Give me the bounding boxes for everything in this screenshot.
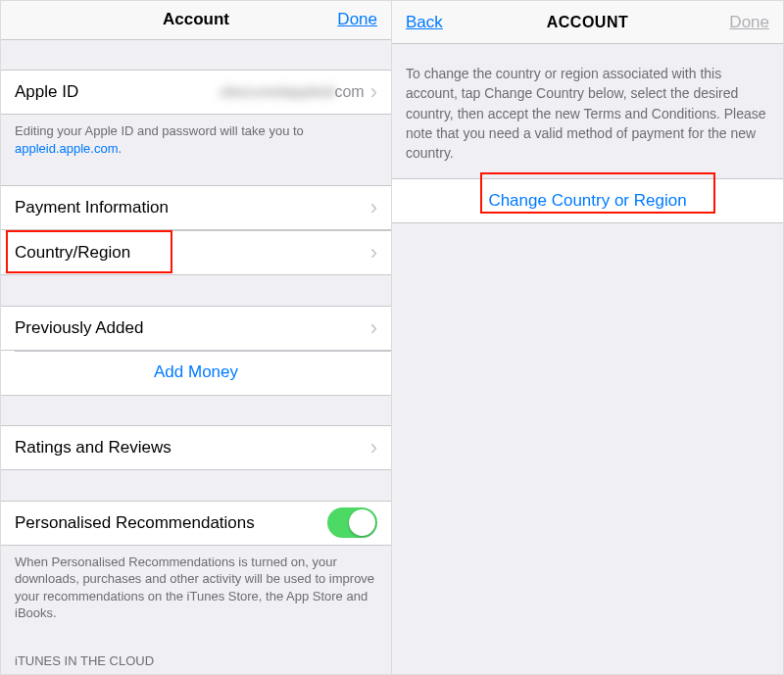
nav-title-left: Account bbox=[163, 10, 229, 29]
chevron-right-icon: › bbox=[370, 81, 377, 103]
recs-footer: When Personalised Recommendations is tur… bbox=[1, 546, 391, 638]
change-country-button[interactable]: Change Country or Region bbox=[392, 178, 783, 223]
chevron-right-icon: › bbox=[370, 197, 377, 218]
chevron-right-icon: › bbox=[370, 242, 377, 264]
right-pane: Back ACCOUNT Done To change the country … bbox=[392, 1, 783, 674]
change-country-description: To change the country or region associat… bbox=[392, 44, 783, 178]
apple-id-footer: Editing your Apple ID and password will … bbox=[1, 115, 391, 172]
personalised-recs-row[interactable]: Personalised Recommendations bbox=[1, 501, 391, 546]
recs-toggle[interactable] bbox=[327, 507, 377, 538]
back-button[interactable]: Back bbox=[406, 13, 443, 32]
nav-title-right: ACCOUNT bbox=[547, 14, 629, 31]
navbar-left: Account Done bbox=[1, 1, 391, 40]
payment-country-group: Payment Information › Country/Region › bbox=[1, 185, 391, 275]
previously-added-row[interactable]: Previously Added › bbox=[1, 306, 391, 351]
navbar-right: Back ACCOUNT Done bbox=[392, 1, 783, 44]
ratings-reviews-row[interactable]: Ratings and Reviews › bbox=[1, 425, 391, 470]
change-country-group: Change Country or Region bbox=[392, 178, 783, 223]
chevron-right-icon: › bbox=[370, 437, 377, 458]
done-button-right: Done bbox=[729, 13, 769, 32]
apple-id-value: obscuredappleidcom bbox=[220, 83, 365, 101]
add-money-button[interactable]: Add Money bbox=[1, 351, 391, 396]
done-button-left[interactable]: Done bbox=[337, 10, 377, 29]
appleid-link[interactable]: appleid.apple.com bbox=[15, 141, 119, 156]
payment-info-row[interactable]: Payment Information › bbox=[1, 185, 391, 230]
chevron-right-icon: › bbox=[370, 317, 377, 339]
apple-id-label: Apple ID bbox=[15, 82, 220, 102]
prev-added-group: Previously Added › Add Money bbox=[1, 306, 391, 396]
apple-id-row[interactable]: Apple ID obscuredappleidcom › bbox=[1, 70, 391, 115]
left-pane: Account Done Apple ID obscuredappleidcom… bbox=[1, 1, 392, 674]
country-region-row[interactable]: Country/Region › bbox=[1, 230, 391, 275]
itunes-cloud-header: iTUNES IN THE CLOUD bbox=[1, 638, 391, 674]
